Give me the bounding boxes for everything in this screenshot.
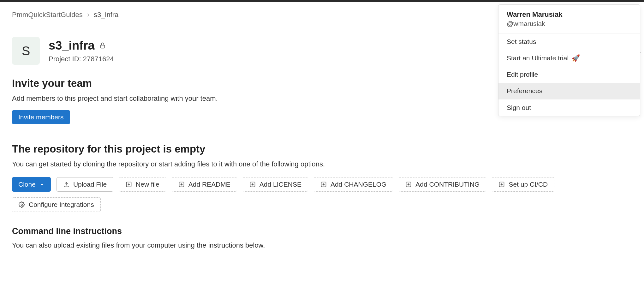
- add-readme-label: Add README: [188, 181, 230, 188]
- configure-integrations-label: Configure Integrations: [29, 201, 94, 208]
- project-title: s3_infra: [49, 39, 95, 52]
- empty-repo-subtitle: You can get started by cloning the repos…: [12, 160, 632, 168]
- cli-subtitle: You can also upload existing files from …: [12, 241, 632, 249]
- svg-point-20: [21, 204, 23, 206]
- plus-square-icon: [249, 181, 256, 188]
- add-changelog-button[interactable]: Add CHANGELOG: [314, 177, 393, 192]
- add-changelog-label: Add CHANGELOG: [331, 181, 386, 188]
- rocket-icon: 🚀: [572, 54, 580, 62]
- plus-square-icon: [126, 181, 132, 188]
- repo-actions-row: Clone Upload File New file Add README: [12, 177, 632, 212]
- menu-start-trial-label: Start an Ultimate trial: [507, 54, 569, 62]
- breadcrumb-root[interactable]: PmmQuickStartGuides: [12, 11, 83, 19]
- menu-start-trial[interactable]: Start an Ultimate trial 🚀: [498, 50, 640, 66]
- empty-repo-title: The repository for this project is empty: [12, 143, 632, 155]
- plus-square-icon: [405, 181, 412, 188]
- add-contributing-label: Add CONTRIBUTING: [415, 181, 480, 188]
- clone-button[interactable]: Clone: [12, 177, 51, 192]
- menu-sign-out[interactable]: Sign out: [498, 99, 640, 116]
- configure-integrations-button[interactable]: Configure Integrations: [12, 197, 101, 212]
- lock-icon: [99, 42, 106, 49]
- project-id: Project ID: 27871624: [49, 55, 114, 63]
- upload-icon: [63, 181, 69, 188]
- menu-set-status[interactable]: Set status: [498, 33, 640, 50]
- invite-members-button[interactable]: Invite members: [12, 110, 70, 124]
- gear-icon: [19, 201, 25, 208]
- breadcrumb-current: s3_infra: [94, 11, 118, 19]
- new-file-label: New file: [136, 181, 159, 188]
- user-menu-name: Warren Marusiak: [507, 10, 632, 19]
- user-menu: Warren Marusiak @wmarusiak Set status St…: [498, 4, 640, 116]
- cli-title: Command line instructions: [12, 226, 632, 236]
- plus-square-icon: [498, 181, 505, 188]
- user-menu-header: Warren Marusiak @wmarusiak: [498, 5, 640, 33]
- add-readme-button[interactable]: Add README: [172, 177, 237, 192]
- setup-cicd-button[interactable]: Set up CI/CD: [492, 177, 554, 192]
- plus-square-icon: [178, 181, 185, 188]
- new-file-button[interactable]: New file: [119, 177, 166, 192]
- user-menu-handle: @wmarusiak: [507, 20, 632, 27]
- svg-rect-0: [100, 45, 104, 48]
- upload-file-button[interactable]: Upload File: [57, 177, 113, 192]
- add-license-label: Add LICENSE: [259, 181, 301, 188]
- menu-preferences[interactable]: Preferences: [498, 83, 640, 99]
- chevron-down-icon: [39, 182, 45, 187]
- breadcrumb-separator: ›: [87, 11, 89, 19]
- project-avatar: S: [12, 37, 40, 65]
- plus-square-icon: [320, 181, 327, 188]
- upload-file-label: Upload File: [73, 181, 107, 188]
- clone-label: Clone: [18, 181, 36, 188]
- add-license-button[interactable]: Add LICENSE: [243, 177, 308, 192]
- menu-edit-profile[interactable]: Edit profile: [498, 66, 640, 83]
- add-contributing-button[interactable]: Add CONTRIBUTING: [399, 177, 486, 192]
- setup-cicd-label: Set up CI/CD: [509, 181, 548, 188]
